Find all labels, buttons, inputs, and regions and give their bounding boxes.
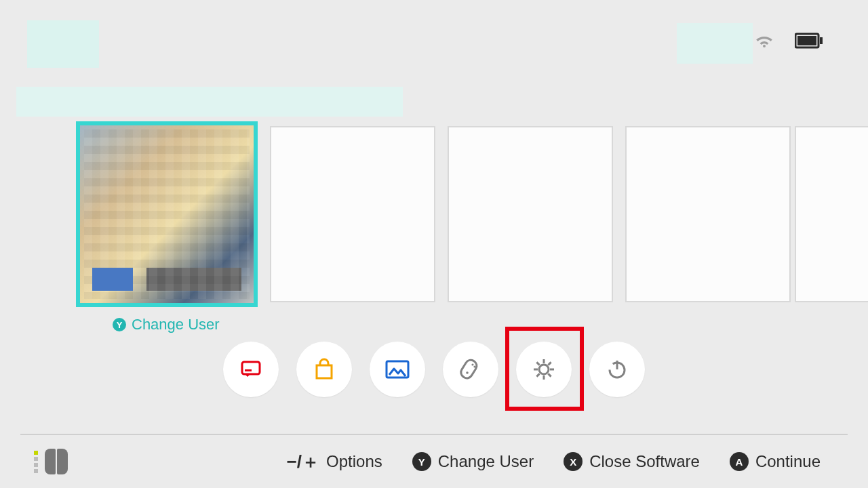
dock-sleep[interactable] (589, 342, 645, 397)
dock-album[interactable] (370, 342, 425, 397)
dock (0, 342, 868, 397)
software-row (76, 126, 791, 307)
footer: −/＋ Options Y Change User X Close Softwa… (0, 435, 868, 488)
battery-icon (795, 33, 823, 49)
software-tile[interactable] (448, 126, 613, 302)
svg-rect-4 (245, 369, 252, 371)
album-icon (384, 358, 411, 381)
hint-label: Continue (755, 452, 821, 471)
plus-minus-icon: −/＋ (287, 450, 319, 474)
hint-label: Options (326, 452, 382, 471)
change-user-hint[interactable]: Y Change User (113, 316, 220, 333)
annotation-highlight-settings (505, 327, 584, 411)
hint-close-software: X Close Software (564, 452, 700, 471)
controller-status (34, 449, 68, 474)
hint-change-user: Y Change User (412, 452, 534, 471)
svg-rect-2 (820, 37, 823, 44)
dock-eshop[interactable] (296, 342, 352, 397)
shopping-bag-icon (311, 357, 337, 382)
svg-rect-5 (317, 365, 332, 378)
clock (677, 23, 753, 64)
x-button-icon: X (564, 452, 583, 471)
software-tile[interactable] (270, 126, 435, 302)
hint-options: −/＋ Options (287, 450, 382, 474)
dock-news[interactable] (223, 342, 279, 397)
software-tile[interactable] (625, 126, 791, 302)
power-icon (604, 357, 630, 382)
software-tile[interactable] (795, 126, 868, 302)
wifi-icon (754, 34, 774, 49)
y-button-badge: Y (113, 318, 126, 331)
hint-label: Change User (438, 452, 534, 471)
hint-continue: A Continue (730, 452, 821, 471)
top-bar (0, 0, 868, 75)
dock-controllers[interactable] (443, 342, 498, 397)
game-title (16, 87, 403, 117)
y-button-icon: Y (412, 452, 431, 471)
software-tile-selected[interactable] (76, 121, 258, 307)
change-user-label: Change User (132, 316, 220, 333)
player-leds (34, 451, 38, 473)
user-avatar[interactable] (27, 20, 99, 68)
svg-rect-1 (797, 36, 816, 45)
button-hints: −/＋ Options Y Change User X Close Softwa… (287, 435, 821, 488)
svg-rect-3 (242, 362, 260, 374)
a-button-icon: A (730, 452, 749, 471)
svg-point-10 (473, 365, 475, 367)
hint-label: Close Software (589, 452, 700, 471)
controller-icon (456, 355, 485, 384)
svg-point-9 (471, 363, 473, 365)
svg-point-8 (466, 371, 469, 374)
joycon-icon (45, 449, 68, 474)
svg-rect-7 (459, 358, 479, 380)
news-icon (238, 357, 264, 382)
